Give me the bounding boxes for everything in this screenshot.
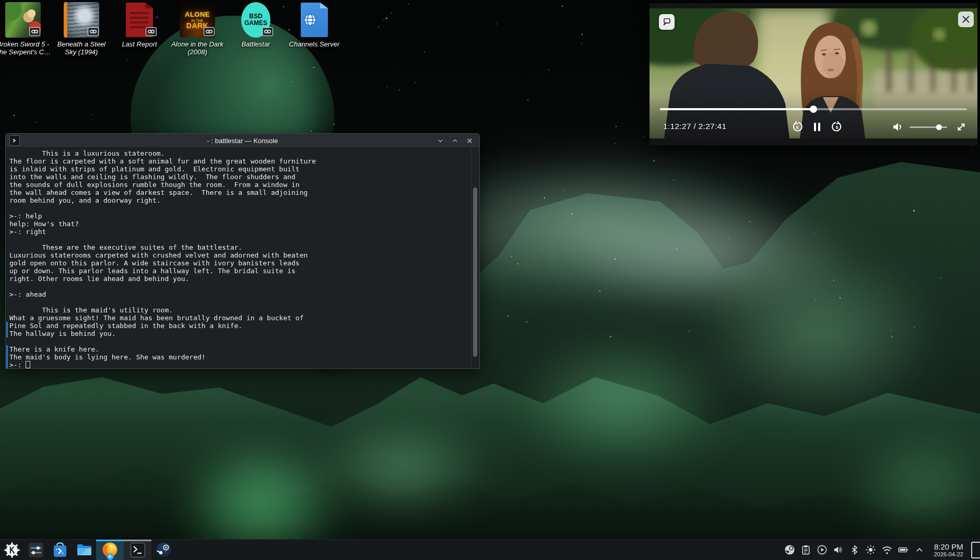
pip-return-icon bbox=[662, 17, 672, 27]
star bbox=[676, 249, 677, 250]
volume-button[interactable] bbox=[891, 120, 904, 134]
star bbox=[399, 89, 399, 90]
seek-forward-button[interactable]: 5 bbox=[830, 120, 844, 134]
terminal-line: What a gruesome sight! The maid has been… bbox=[6, 314, 471, 322]
terminal-output[interactable]: This is a luxurious stateroom.The floor … bbox=[6, 148, 471, 368]
terminal-line: >-: right bbox=[6, 228, 471, 236]
minimize-button[interactable] bbox=[434, 135, 446, 146]
star bbox=[914, 326, 915, 327]
pip-return-button[interactable] bbox=[659, 14, 675, 30]
maximize-button[interactable] bbox=[448, 135, 461, 146]
peek-at-desktop-button[interactable] bbox=[971, 542, 980, 558]
wifi-icon[interactable] bbox=[881, 544, 893, 556]
seek-backward-button[interactable]: 5 bbox=[790, 120, 804, 134]
desktop-icon-beneath-a-steel-sky[interactable]: Beneath a Steel Sky (1994) bbox=[52, 2, 111, 56]
star bbox=[571, 214, 572, 215]
star bbox=[311, 131, 312, 132]
konsole-app-icon bbox=[9, 135, 20, 146]
terminal-line: help: How's that? bbox=[6, 220, 471, 228]
close-icon bbox=[961, 15, 971, 24]
star bbox=[14, 115, 15, 116]
star bbox=[526, 321, 527, 322]
terminal-line: These are the executive suites of the ba… bbox=[6, 243, 471, 251]
expand-tray-icon[interactable] bbox=[914, 544, 925, 556]
video-progress-knob[interactable] bbox=[810, 106, 817, 113]
star bbox=[408, 4, 409, 5]
bluetooth-icon[interactable] bbox=[849, 544, 860, 556]
battery-icon[interactable] bbox=[898, 544, 909, 556]
star bbox=[507, 316, 509, 317]
volume-slider[interactable] bbox=[910, 126, 947, 128]
star bbox=[527, 100, 528, 100]
firefox-pip-badge: + bbox=[107, 553, 113, 560]
star bbox=[615, 143, 615, 144]
media-player-icon[interactable] bbox=[817, 544, 828, 556]
star bbox=[615, 259, 615, 259]
star bbox=[813, 233, 814, 234]
beneath-a-steel-sky-icon bbox=[64, 2, 99, 38]
star bbox=[634, 19, 635, 20]
terminal-line: Luxurious staterooms carpeted with crush… bbox=[6, 251, 471, 259]
konsole-titlebar[interactable]: - : battlestar — Konsole bbox=[6, 134, 479, 148]
scrollbar-thumb[interactable] bbox=[473, 188, 477, 357]
close-button[interactable] bbox=[463, 135, 476, 146]
steam-tray-icon[interactable] bbox=[784, 544, 796, 556]
desktop-icon-broken-sword-5[interactable]: Broken Sword 5 - The Serpent's C… bbox=[0, 2, 52, 56]
terminal-line bbox=[6, 337, 471, 345]
terminal-line: >-: help bbox=[6, 212, 471, 220]
star bbox=[564, 191, 564, 192]
dolphin-launcher[interactable] bbox=[72, 540, 96, 560]
star bbox=[519, 104, 520, 104]
video-player-window: 1:12:27 / 2:27:41 5 5 bbox=[650, 3, 977, 145]
system-settings-launcher[interactable] bbox=[24, 540, 48, 560]
broken-sword-5-icon bbox=[5, 2, 41, 38]
star bbox=[607, 61, 608, 61]
taskbar-task-konsole[interactable] bbox=[124, 540, 151, 560]
taskbar: + bbox=[0, 539, 980, 560]
terminal-line: the sounds of dull explosions rumble tho… bbox=[6, 181, 471, 189]
volume-tray-icon[interactable] bbox=[833, 544, 844, 556]
clipboard-icon[interactable] bbox=[800, 544, 812, 556]
kde-launcher-icon bbox=[4, 542, 20, 558]
symlink-emblem-icon bbox=[204, 27, 215, 36]
digital-clock[interactable]: 8:20 PM 2026-04-22 bbox=[934, 543, 963, 557]
star bbox=[610, 336, 611, 337]
star bbox=[890, 330, 891, 331]
star bbox=[544, 197, 545, 199]
terminal-scrollbar[interactable] bbox=[471, 148, 479, 368]
star bbox=[891, 336, 892, 337]
star bbox=[940, 277, 941, 278]
desktop-icon-alone-in-the-dark[interactable]: ALONE IN THE DARK Alone in the Dark (200… bbox=[168, 2, 227, 56]
taskbar-task-firefox[interactable]: + bbox=[96, 540, 124, 560]
pause-button[interactable] bbox=[810, 120, 824, 134]
video-progress-bar[interactable] bbox=[660, 108, 967, 110]
desktop-icon-label: Battlestar bbox=[242, 40, 270, 48]
fullscreen-button[interactable] bbox=[954, 120, 968, 134]
desktop-icon-label: Beneath a Steel Sky (1994) bbox=[52, 40, 111, 56]
app-launcher-button[interactable] bbox=[0, 540, 24, 560]
svg-text:5: 5 bbox=[835, 125, 838, 130]
clock-time: 8:20 PM bbox=[934, 543, 963, 551]
alone-in-the-dark-icon: ALONE IN THE DARK bbox=[180, 2, 215, 38]
volume-knob[interactable] bbox=[936, 124, 942, 130]
discover-launcher[interactable] bbox=[48, 540, 72, 560]
desktop-icon-channels-server[interactable]: Channels Server bbox=[285, 2, 344, 48]
taskbar-task-steam[interactable] bbox=[151, 540, 175, 560]
video-frame[interactable] bbox=[650, 8, 977, 138]
star bbox=[386, 18, 387, 19]
terminal-line: gold open onto this parlor. A wide stair… bbox=[6, 259, 471, 267]
seek-forward-icon: 5 bbox=[831, 121, 843, 133]
star bbox=[292, 81, 292, 82]
terminal-line bbox=[6, 236, 471, 243]
star bbox=[386, 87, 387, 88]
night-color-icon[interactable] bbox=[865, 544, 877, 556]
terminal-line: Pine Sol and repeatedly stabbed in the b… bbox=[6, 322, 471, 330]
video-close-button[interactable] bbox=[958, 11, 974, 27]
terminal-line: This is the maid's utility room. bbox=[6, 306, 471, 314]
desktop-icon-battlestar[interactable]: BSD GAMES Battlestar bbox=[227, 2, 285, 48]
terminal-line: up or down. This parlor leads into a hal… bbox=[6, 267, 471, 275]
bsd-games-icon: BSD GAMES bbox=[238, 2, 274, 38]
desktop-icon-last-report[interactable]: Last Report bbox=[110, 2, 169, 48]
terminal-line: There is a knife here. bbox=[6, 345, 471, 353]
desktop-icon-label: Alone in the Dark (2008) bbox=[168, 40, 227, 56]
